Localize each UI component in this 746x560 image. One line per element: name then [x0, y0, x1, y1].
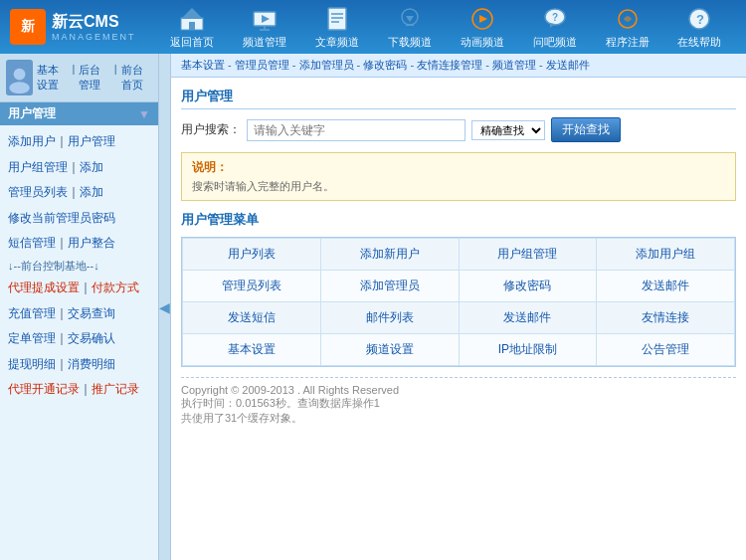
breadcrumb-channel[interactable]: 频道管理	[492, 59, 536, 71]
breadcrumb-change-pwd[interactable]: 修改密码	[363, 59, 407, 71]
nav-help[interactable]: ? 在线帮助	[669, 1, 729, 54]
link-basic-settings[interactable]: 基本设置	[37, 63, 68, 93]
sidebar-top: 基本设置| 后台管理| 前台首页	[0, 54, 158, 102]
link-change-pwd[interactable]: 修改当前管理员密码	[8, 211, 115, 225]
table-row: 基本设置 频道设置 IP地址限制 公告管理	[183, 334, 735, 366]
nav-home-label: 返回首页	[170, 35, 214, 50]
link-order[interactable]: 定单管理	[8, 331, 56, 345]
link-email-list[interactable]: 邮件列表	[366, 310, 414, 324]
search-input[interactable]	[247, 119, 466, 141]
sidebar-collapse[interactable]: ◀	[159, 54, 171, 560]
nav-article[interactable]: 文章频道	[307, 1, 367, 54]
logo: 新 新云CMS MANAGEMENT	[10, 9, 136, 45]
link-add-user-group[interactable]: 添加用户组	[636, 247, 695, 261]
nav-channel-label: 频道管理	[243, 35, 286, 50]
register-icon	[614, 5, 642, 33]
sidebar-item-sms: 短信管理｜用户整合	[0, 231, 158, 257]
avatar	[6, 60, 33, 95]
link-consume[interactable]: 消费明细	[68, 357, 115, 371]
link-payment[interactable]: 付款方式	[92, 280, 139, 294]
nav-download[interactable]: 下载频道	[380, 1, 440, 54]
search-type-select[interactable]: 精确查找	[471, 120, 545, 140]
sidebar-menu: 添加用户｜用户管理 用户组管理｜添加 管理员列表｜添加 修改当前管理员密码 短信…	[0, 125, 158, 560]
nav-home[interactable]: 返回首页	[162, 1, 222, 54]
link-recharge[interactable]: 充值管理	[8, 306, 56, 320]
breadcrumb-email[interactable]: 发送邮件	[546, 59, 590, 71]
link-send-sms[interactable]: 发送短信	[228, 310, 276, 324]
sidebar-item-agent: 代理提成设置｜付款方式	[0, 276, 158, 301]
footer-objects: 共使用了31个缓存对象。	[181, 411, 736, 426]
sidebar-item-admin-list: 管理员列表｜添加	[0, 180, 158, 206]
main-layout: 基本设置| 后台管理| 前台首页 用户管理 ▼ 添加用户｜用户管理 用户组管理｜…	[0, 54, 746, 560]
nav-register-label: 程序注册	[606, 35, 650, 50]
nav-ask[interactable]: ? 问吧频道	[525, 1, 585, 54]
link-ip-limit[interactable]: IP地址限制	[498, 342, 557, 356]
search-button[interactable]: 开始查找	[551, 117, 621, 142]
link-trade-query[interactable]: 交易查询	[68, 306, 115, 320]
sidebar-divider: ↓--前台控制基地--↓	[0, 257, 158, 276]
link-add-admin2[interactable]: 添加管理员	[360, 279, 420, 292]
sidebar: 基本设置| 后台管理| 前台首页 用户管理 ▼ 添加用户｜用户管理 用户组管理｜…	[0, 54, 159, 560]
nav-bar: 返回首页 频道管理 文章频道 下载频道 动画频道	[156, 1, 736, 54]
link-user-group[interactable]: 用户组管理	[8, 160, 68, 174]
link-agent-commission[interactable]: 代理提成设置	[8, 280, 80, 294]
link-user-group-manage[interactable]: 用户组管理	[497, 247, 557, 261]
link-sms[interactable]: 短信管理	[8, 236, 56, 250]
breadcrumb: 基本设置 - 管理员管理 - 添加管理员 - 修改密码 - 友情连接管理 - 频…	[171, 54, 746, 78]
link-send-email[interactable]: 发送邮件	[642, 279, 689, 292]
link-admin[interactable]: 后台管理	[79, 63, 109, 93]
link-basic-set[interactable]: 基本设置	[228, 342, 276, 356]
sidebar-item-withdraw: 提现明细｜消费明细	[0, 352, 158, 378]
link-user-merge[interactable]: 用户整合	[68, 236, 115, 250]
help-icon: ?	[685, 5, 713, 33]
logo-name: 新云CMS	[52, 12, 136, 31]
breadcrumb-friends[interactable]: 友情连接管理	[417, 59, 482, 71]
link-notice[interactable]: 公告管理	[642, 342, 689, 356]
link-add-user[interactable]: 添加用户	[8, 134, 56, 148]
breadcrumb-basic[interactable]: 基本设置	[181, 59, 225, 71]
table-row: 管理员列表 添加管理员 修改密码 发送邮件	[183, 271, 735, 302]
link-admin-list[interactable]: 管理员列表	[8, 185, 68, 199]
breadcrumb-add-admin[interactable]: 添加管理员	[299, 59, 354, 71]
nav-animation-label: 动画频道	[461, 35, 504, 50]
download-icon	[396, 5, 424, 33]
link-add-group[interactable]: 添加	[80, 160, 103, 174]
menu-grid-title: 用户管理菜单	[181, 211, 736, 229]
link-modify-pwd[interactable]: 修改密码	[503, 279, 551, 292]
table-row: 发送短信 邮件列表 发送邮件 友情连接	[183, 302, 735, 334]
link-user-manage[interactable]: 用户管理	[68, 134, 115, 148]
nav-register[interactable]: 程序注册	[598, 1, 657, 54]
note-text: 搜索时请输入完整的用户名。	[192, 179, 725, 194]
nav-animation[interactable]: 动画频道	[453, 1, 512, 54]
svg-rect-7	[328, 8, 346, 30]
ask-icon: ?	[541, 5, 569, 33]
link-frontend[interactable]: 前台首页	[121, 63, 152, 93]
svg-point-22	[14, 69, 26, 81]
article-icon	[323, 5, 351, 33]
link-promote[interactable]: 推广记录	[92, 382, 139, 396]
menu-grid: 用户列表 添加新用户 用户组管理 添加用户组 管理员列表 添加管理员 修改密码 …	[181, 237, 736, 367]
nav-channel[interactable]: 频道管理	[235, 1, 294, 54]
sidebar-item-change-pwd: 修改当前管理员密码	[0, 206, 158, 232]
link-add-new-user[interactable]: 添加新用户	[360, 247, 420, 261]
link-agent-record[interactable]: 代理开通记录	[8, 382, 80, 396]
search-bar: 用户搜索： 精确查找 开始查找	[181, 117, 736, 142]
collapse-icon[interactable]: ▼	[138, 107, 150, 121]
sidebar-item-user-group: 用户组管理｜添加	[0, 155, 158, 181]
home-icon	[178, 5, 206, 33]
note-title: 说明：	[192, 159, 725, 176]
link-send-email2[interactable]: 发送邮件	[503, 310, 551, 324]
link-admin-list2[interactable]: 管理员列表	[222, 279, 281, 292]
link-friend-links[interactable]: 友情连接	[642, 310, 689, 324]
nav-ask-label: 问吧频道	[533, 35, 577, 50]
link-channel-set[interactable]: 频道设置	[366, 342, 414, 356]
footer-copyright: Copyright © 2009-2013 . All Rights Reser…	[181, 384, 736, 396]
link-trade-confirm[interactable]: 交易确认	[68, 331, 115, 345]
link-user-list[interactable]: 用户列表	[228, 247, 276, 261]
svg-marker-1	[181, 8, 203, 19]
breadcrumb-admin-manage[interactable]: 管理员管理	[235, 59, 289, 71]
link-withdraw[interactable]: 提现明细	[8, 357, 56, 371]
link-add-admin[interactable]: 添加	[80, 185, 103, 199]
note-box: 说明： 搜索时请输入完整的用户名。	[181, 152, 736, 201]
content-area: 基本设置 - 管理员管理 - 添加管理员 - 修改密码 - 友情连接管理 - 频…	[171, 54, 746, 560]
